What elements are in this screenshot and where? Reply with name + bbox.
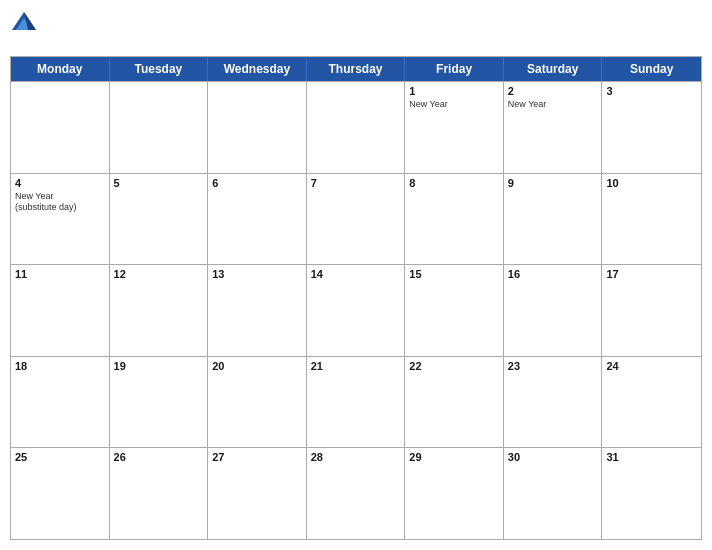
day-number: 28 xyxy=(311,451,401,464)
day-cell xyxy=(110,82,209,173)
day-number: 24 xyxy=(606,360,697,373)
week-row-2: 4New Year (substitute day)5678910 xyxy=(11,173,701,265)
day-cell: 24 xyxy=(602,357,701,448)
day-cell: 9 xyxy=(504,174,603,265)
logo-icon xyxy=(10,8,38,36)
header-day-thursday: Thursday xyxy=(307,57,406,81)
header-day-saturday: Saturday xyxy=(504,57,603,81)
day-cell xyxy=(11,82,110,173)
day-cell: 13 xyxy=(208,265,307,356)
day-cell: 23 xyxy=(504,357,603,448)
day-number: 13 xyxy=(212,268,302,281)
calendar-body: 1New Year2New Year34New Year (substitute… xyxy=(11,81,701,539)
page: MondayTuesdayWednesdayThursdayFridaySatu… xyxy=(0,0,712,550)
week-row-3: 11121314151617 xyxy=(11,264,701,356)
day-cell: 10 xyxy=(602,174,701,265)
day-number: 30 xyxy=(508,451,598,464)
day-number: 1 xyxy=(409,85,499,98)
day-cell: 6 xyxy=(208,174,307,265)
day-cell xyxy=(307,82,406,173)
day-number: 21 xyxy=(311,360,401,373)
day-cell: 1New Year xyxy=(405,82,504,173)
day-number: 26 xyxy=(114,451,204,464)
day-number: 19 xyxy=(114,360,204,373)
day-number: 3 xyxy=(606,85,697,98)
day-number: 7 xyxy=(311,177,401,190)
holiday-label: New Year xyxy=(508,99,598,110)
header-day-monday: Monday xyxy=(11,57,110,81)
week-row-4: 18192021222324 xyxy=(11,356,701,448)
header xyxy=(10,8,702,52)
day-cell: 5 xyxy=(110,174,209,265)
day-number: 12 xyxy=(114,268,204,281)
day-number: 6 xyxy=(212,177,302,190)
header-day-wednesday: Wednesday xyxy=(208,57,307,81)
day-number: 31 xyxy=(606,451,697,464)
day-cell: 28 xyxy=(307,448,406,539)
calendar: MondayTuesdayWednesdayThursdayFridaySatu… xyxy=(10,56,702,540)
day-cell: 14 xyxy=(307,265,406,356)
day-cell: 26 xyxy=(110,448,209,539)
day-cell: 20 xyxy=(208,357,307,448)
day-cell: 31 xyxy=(602,448,701,539)
day-number: 10 xyxy=(606,177,697,190)
holiday-label: New Year (substitute day) xyxy=(15,191,105,213)
header-day-friday: Friday xyxy=(405,57,504,81)
day-cell: 30 xyxy=(504,448,603,539)
day-cell: 22 xyxy=(405,357,504,448)
week-row-1: 1New Year2New Year3 xyxy=(11,81,701,173)
holiday-label: New Year xyxy=(409,99,499,110)
day-number: 16 xyxy=(508,268,598,281)
day-number: 5 xyxy=(114,177,204,190)
day-cell: 7 xyxy=(307,174,406,265)
day-number: 18 xyxy=(15,360,105,373)
day-number: 25 xyxy=(15,451,105,464)
day-cell xyxy=(208,82,307,173)
day-cell: 3 xyxy=(602,82,701,173)
day-number: 4 xyxy=(15,177,105,190)
week-row-5: 25262728293031 xyxy=(11,447,701,539)
day-number: 23 xyxy=(508,360,598,373)
day-number: 22 xyxy=(409,360,499,373)
day-cell: 8 xyxy=(405,174,504,265)
day-number: 9 xyxy=(508,177,598,190)
day-cell: 25 xyxy=(11,448,110,539)
day-number: 29 xyxy=(409,451,499,464)
day-number: 17 xyxy=(606,268,697,281)
day-cell: 21 xyxy=(307,357,406,448)
day-number: 8 xyxy=(409,177,499,190)
day-cell: 19 xyxy=(110,357,209,448)
day-cell: 4New Year (substitute day) xyxy=(11,174,110,265)
day-number: 11 xyxy=(15,268,105,281)
header-day-tuesday: Tuesday xyxy=(110,57,209,81)
day-cell: 27 xyxy=(208,448,307,539)
day-cell: 15 xyxy=(405,265,504,356)
day-cell: 29 xyxy=(405,448,504,539)
logo xyxy=(10,8,40,36)
day-cell: 12 xyxy=(110,265,209,356)
day-cell: 16 xyxy=(504,265,603,356)
day-cell: 18 xyxy=(11,357,110,448)
day-number: 27 xyxy=(212,451,302,464)
day-number: 14 xyxy=(311,268,401,281)
day-number: 15 xyxy=(409,268,499,281)
day-number: 2 xyxy=(508,85,598,98)
calendar-header: MondayTuesdayWednesdayThursdayFridaySatu… xyxy=(11,57,701,81)
day-cell: 11 xyxy=(11,265,110,356)
header-day-sunday: Sunday xyxy=(602,57,701,81)
day-number: 20 xyxy=(212,360,302,373)
day-cell: 17 xyxy=(602,265,701,356)
day-cell: 2New Year xyxy=(504,82,603,173)
